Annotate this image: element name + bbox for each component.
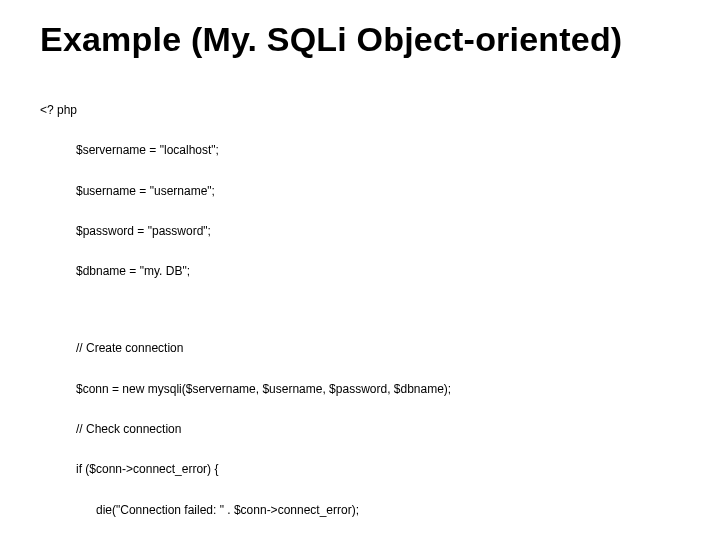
code-line: $servername = "localhost"; — [40, 144, 680, 157]
code-line: $password = "password"; — [40, 225, 680, 238]
slide-title: Example (My. SQLi Object-oriented) — [40, 20, 680, 59]
code-line: // Create connection — [40, 342, 680, 355]
blank-line — [40, 305, 680, 315]
code-line: $dbname = "my. DB"; — [40, 265, 680, 278]
code-line: $conn = new mysqli($servername, $usernam… — [40, 383, 680, 396]
code-block: <? php $servername = "localhost"; $usern… — [40, 77, 680, 540]
code-line: if ($conn->connect_error) { — [40, 463, 680, 476]
code-line: $username = "username"; — [40, 185, 680, 198]
code-line: <? php — [40, 104, 680, 117]
slide: Example (My. SQLi Object-oriented) <? ph… — [0, 0, 720, 540]
code-line: // Check connection — [40, 423, 680, 436]
code-line: die("Connection failed: " . $conn->conne… — [40, 504, 680, 517]
